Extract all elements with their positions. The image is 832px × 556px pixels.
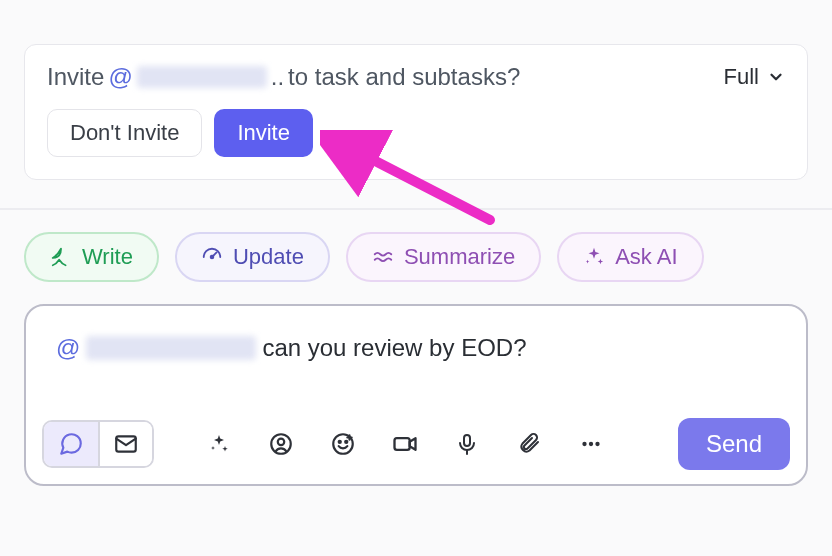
summarize-label: Summarize [404,244,515,270]
update-pill[interactable]: Update [175,232,330,282]
svg-point-15 [595,441,599,445]
sparkles-icon [207,432,231,456]
update-label: Update [233,244,304,270]
microphone-icon [455,432,479,456]
record-video-button[interactable] [388,427,422,461]
at-icon [268,431,294,457]
video-icon [391,430,419,458]
invite-question: Invite @ .. to task and subtasks? [47,63,520,91]
svg-point-13 [582,441,586,445]
svg-rect-11 [464,435,470,446]
mention-redacted [137,66,267,88]
send-button[interactable]: Send [678,418,790,470]
composer-mention-redacted [86,336,256,360]
record-audio-button[interactable] [450,427,484,461]
toolbar-left [42,420,608,468]
composer-text[interactable]: @ can you review by EOD? [42,322,790,418]
pen-icon [50,246,72,268]
svg-rect-9 [395,438,410,450]
invite-prefix: Invite [47,63,104,91]
comment-composer: @ can you review by EOD? [24,304,808,486]
chat-mode-button[interactable] [44,422,98,466]
mention-button[interactable] [264,427,298,461]
gauge-icon [201,246,223,268]
svg-point-5 [278,438,285,445]
svg-point-7 [339,440,341,442]
attach-button[interactable] [512,427,546,461]
composer-toolbar: Send [42,418,790,470]
svg-point-8 [345,440,347,442]
composer-at: @ [56,334,80,362]
email-mode-button[interactable] [98,422,152,466]
summarize-pill[interactable]: Summarize [346,232,541,282]
svg-point-14 [589,441,593,445]
invite-actions: Don't Invite Invite [47,109,785,157]
more-button[interactable] [574,427,608,461]
invite-header: Invite @ .. to task and subtasks? Full [47,63,785,91]
svg-marker-10 [410,438,416,450]
ai-sparkle-button[interactable] [202,427,236,461]
scope-label: Full [724,64,759,90]
ask-ai-label: Ask AI [615,244,677,270]
chevron-down-icon [767,68,785,86]
toolbar-icons [202,427,608,461]
invite-suffix: to task and subtasks? [288,63,520,91]
composer-message: can you review by EOD? [262,334,526,362]
svg-point-2 [211,255,214,258]
at-symbol: @ [108,63,132,91]
chat-bubble-icon [58,431,84,457]
emoji-plus-icon [330,431,356,457]
envelope-icon [113,431,139,457]
ai-actions-row: Write Update Summarize Ask AI [0,210,832,282]
dots-icon [578,431,604,457]
ask-ai-pill[interactable]: Ask AI [557,232,703,282]
write-pill[interactable]: Write [24,232,159,282]
invite-ellipsis: .. [271,63,284,91]
paperclip-icon [517,432,541,456]
scope-selector[interactable]: Full [724,64,785,90]
mode-toggle [42,420,154,468]
waves-icon [372,246,394,268]
invite-button[interactable]: Invite [214,109,313,157]
sparkle-icon [583,246,605,268]
emoji-button[interactable] [326,427,360,461]
write-label: Write [82,244,133,270]
dont-invite-button[interactable]: Don't Invite [47,109,202,157]
invite-prompt-card: Invite @ .. to task and subtasks? Full D… [24,44,808,180]
